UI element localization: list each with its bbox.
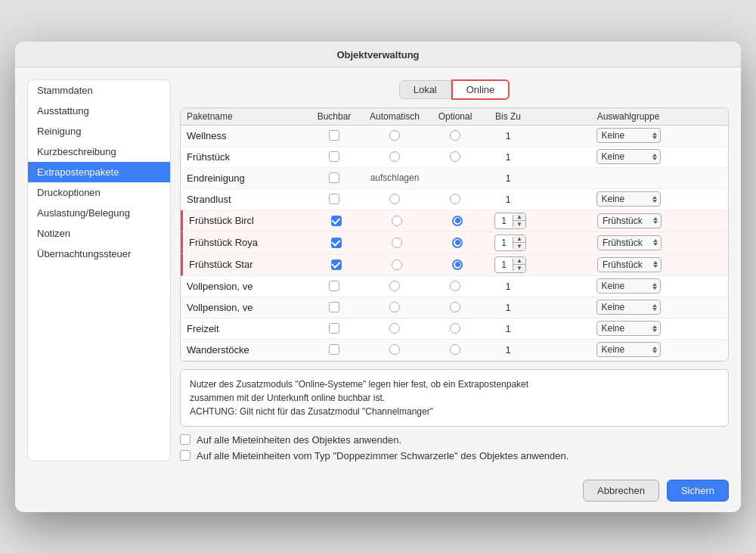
automatisch-radio[interactable] bbox=[392, 259, 402, 270]
cell-optional[interactable] bbox=[429, 323, 482, 334]
cancel-button[interactable]: Abbrechen bbox=[583, 480, 659, 502]
buchbar-checkbox[interactable] bbox=[331, 216, 342, 226]
stepper-up[interactable]: ▲ bbox=[513, 235, 525, 243]
optional-radio[interactable] bbox=[450, 323, 460, 334]
automatisch-radio[interactable] bbox=[389, 281, 400, 291]
cell-buchbar[interactable] bbox=[310, 216, 363, 226]
buchbar-checkbox[interactable] bbox=[331, 259, 342, 270]
auswahlgruppe-dropdown[interactable]: Keine bbox=[596, 191, 661, 207]
cell-auswahlgruppe[interactable]: Frühstück bbox=[537, 235, 722, 250]
cell-automatisch[interactable] bbox=[361, 302, 429, 312]
cell-biszu[interactable]: 1▲▼ bbox=[484, 213, 537, 229]
tab-lokal[interactable]: Lokal bbox=[399, 80, 451, 99]
optional-radio[interactable] bbox=[452, 216, 463, 226]
stepper-down[interactable]: ▼ bbox=[513, 243, 525, 250]
cell-optional[interactable] bbox=[431, 238, 484, 248]
cell-auswahlgruppe[interactable]: Frühstück bbox=[537, 257, 722, 272]
cell-biszu[interactable]: 1▲▼ bbox=[484, 256, 537, 273]
cell-auswahlgruppe[interactable]: Keine bbox=[534, 321, 722, 336]
cell-buchbar[interactable] bbox=[308, 130, 361, 141]
auswahlgruppe-dropdown[interactable]: Keine bbox=[596, 128, 661, 143]
cell-buchbar[interactable] bbox=[308, 151, 361, 162]
cell-automatisch[interactable] bbox=[361, 344, 429, 355]
cell-optional[interactable] bbox=[429, 151, 482, 162]
cell-auswahlgruppe[interactable]: Frühstück bbox=[537, 213, 722, 228]
optional-radio[interactable] bbox=[450, 281, 460, 291]
optional-radio[interactable] bbox=[450, 151, 460, 162]
sidebar-item-auslastung-belegung[interactable]: Auslastung/Belegung bbox=[28, 203, 170, 223]
cell-buchbar[interactable] bbox=[310, 238, 363, 248]
auswahlgruppe-dropdown[interactable]: Frühstück bbox=[597, 257, 662, 272]
buchbar-checkbox[interactable] bbox=[331, 238, 342, 248]
automatisch-radio[interactable] bbox=[389, 130, 400, 141]
apply-checkbox-2[interactable] bbox=[180, 450, 191, 461]
sidebar-item-extrapostenpakete[interactable]: Extrapostenpakete bbox=[28, 162, 170, 182]
automatisch-radio[interactable] bbox=[392, 216, 402, 226]
cell-automatisch[interactable] bbox=[361, 281, 429, 291]
optional-radio[interactable] bbox=[452, 259, 463, 270]
stepper-up[interactable]: ▲ bbox=[513, 213, 525, 221]
optional-radio[interactable] bbox=[450, 344, 460, 355]
cell-automatisch[interactable] bbox=[363, 259, 431, 270]
biszu-stepper[interactable]: 1▲▼ bbox=[494, 213, 526, 229]
auswahlgruppe-dropdown[interactable]: Frühstück bbox=[597, 235, 662, 250]
buchbar-checkbox[interactable] bbox=[329, 281, 339, 291]
buchbar-checkbox[interactable] bbox=[329, 172, 339, 183]
cell-automatisch[interactable] bbox=[361, 130, 429, 141]
automatisch-radio[interactable] bbox=[389, 323, 400, 334]
apply-checkbox-1[interactable] bbox=[180, 434, 191, 445]
cell-optional[interactable] bbox=[429, 130, 482, 141]
auswahlgruppe-dropdown[interactable]: Keine bbox=[596, 342, 661, 357]
cell-optional[interactable] bbox=[429, 302, 482, 312]
cell-buchbar[interactable] bbox=[308, 302, 361, 312]
sidebar-item-druckoptionen[interactable]: Druckoptionen bbox=[28, 182, 170, 203]
cell-optional[interactable] bbox=[429, 194, 482, 204]
cell-automatisch[interactable]: aufschlagen bbox=[361, 172, 429, 183]
automatisch-radio[interactable] bbox=[389, 344, 400, 355]
cell-auswahlgruppe[interactable]: Keine bbox=[534, 278, 722, 294]
cell-biszu[interactable]: 1▲▼ bbox=[484, 235, 537, 251]
auswahlgruppe-dropdown[interactable]: Keine bbox=[596, 300, 661, 315]
optional-radio[interactable] bbox=[450, 302, 460, 312]
cell-optional[interactable] bbox=[431, 259, 484, 270]
sidebar-item-kurzbeschreibung[interactable]: Kurzbeschreibung bbox=[28, 141, 170, 162]
buchbar-checkbox[interactable] bbox=[329, 344, 339, 355]
automatisch-radio[interactable] bbox=[389, 194, 400, 204]
cell-buchbar[interactable] bbox=[308, 323, 361, 334]
tab-online[interactable]: Online bbox=[451, 79, 510, 100]
auswahlgruppe-dropdown[interactable]: Keine bbox=[596, 321, 661, 336]
cell-automatisch[interactable] bbox=[361, 323, 429, 334]
buchbar-checkbox[interactable] bbox=[329, 130, 339, 141]
cell-buchbar[interactable] bbox=[308, 281, 361, 291]
cell-automatisch[interactable] bbox=[361, 194, 429, 204]
buchbar-checkbox[interactable] bbox=[329, 323, 339, 334]
cell-buchbar[interactable] bbox=[310, 259, 363, 270]
automatisch-radio[interactable] bbox=[392, 238, 402, 248]
cell-auswahlgruppe[interactable]: Keine bbox=[534, 149, 722, 164]
sidebar-item-uebernachtungssteuer[interactable]: Übernachtungssteuer bbox=[28, 244, 170, 264]
cell-buchbar[interactable] bbox=[308, 172, 361, 183]
sidebar-item-stammdaten[interactable]: Stammdaten bbox=[28, 80, 170, 101]
cell-buchbar[interactable] bbox=[308, 194, 361, 204]
automatisch-radio[interactable] bbox=[389, 151, 400, 162]
buchbar-checkbox[interactable] bbox=[329, 194, 339, 204]
stepper-down[interactable]: ▼ bbox=[513, 265, 525, 272]
sidebar-item-notizen[interactable]: Notizen bbox=[28, 223, 170, 244]
optional-radio[interactable] bbox=[450, 194, 460, 204]
cell-auswahlgruppe[interactable]: Keine bbox=[534, 128, 722, 143]
sidebar-item-reinigung[interactable]: Reinigung bbox=[28, 121, 170, 141]
buchbar-checkbox[interactable] bbox=[329, 302, 339, 312]
auswahlgruppe-dropdown[interactable]: Keine bbox=[596, 278, 661, 294]
cell-buchbar[interactable] bbox=[308, 344, 361, 355]
save-button[interactable]: Sichern bbox=[667, 480, 729, 502]
biszu-stepper[interactable]: 1▲▼ bbox=[494, 256, 526, 273]
cell-optional[interactable] bbox=[429, 344, 482, 355]
buchbar-checkbox[interactable] bbox=[329, 151, 339, 162]
biszu-stepper[interactable]: 1▲▼ bbox=[494, 235, 526, 251]
cell-auswahlgruppe[interactable]: Keine bbox=[534, 342, 722, 357]
stepper-up[interactable]: ▲ bbox=[513, 257, 525, 265]
cell-automatisch[interactable] bbox=[363, 238, 431, 248]
auswahlgruppe-dropdown[interactable]: Frühstück bbox=[597, 213, 662, 228]
optional-radio[interactable] bbox=[452, 238, 463, 248]
automatisch-radio[interactable] bbox=[389, 302, 400, 312]
